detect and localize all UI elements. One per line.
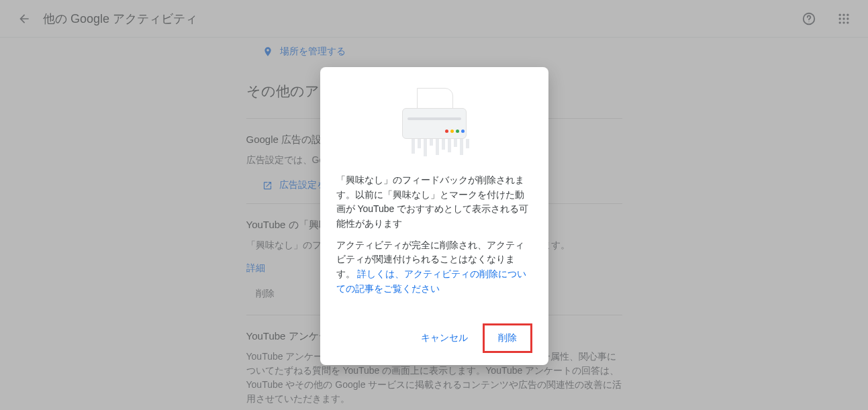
dialog-message-2: アクティビティが完全に削除され、アクティビティが関連付けられることはなくなります… [336,238,532,297]
modal-overlay[interactable]: 「興味なし」のフィードバックが削除されます。以前に「興味なし」とマークを付けた動… [0,0,868,410]
shredder-body-icon [402,108,467,139]
cancel-button[interactable]: キャンセル [412,323,477,353]
shredder-illustration [336,79,532,166]
learn-more-link[interactable]: 詳しくは、アクティビティの削除についての記事をご覧ください [336,268,527,294]
confirm-delete-dialog: 「興味なし」のフィードバックが削除されます。以前に「興味なし」とマークを付けた動… [320,67,548,365]
dialog-actions: キャンセル 削除 [336,323,532,353]
dialog-message-1: 「興味なし」のフィードバックが削除されます。以前に「興味なし」とマークを付けた動… [336,173,532,232]
confirm-delete-button[interactable]: 削除 [483,323,532,353]
